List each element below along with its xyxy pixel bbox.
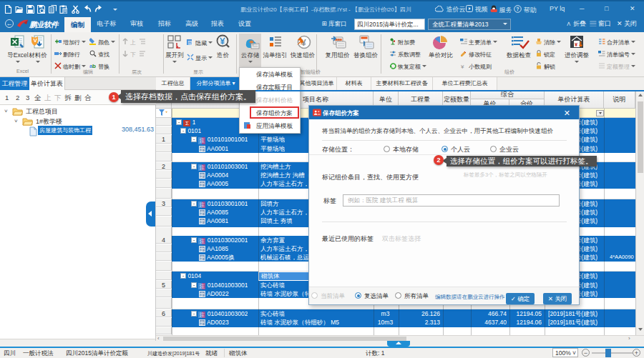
svg-text:¥: ¥ [460,64,464,70]
svg-text:b: b [92,63,96,69]
svg-text:V: V [34,37,38,44]
svg-text:?: ? [516,6,519,11]
svg-text:隐: 隐 [188,40,193,46]
